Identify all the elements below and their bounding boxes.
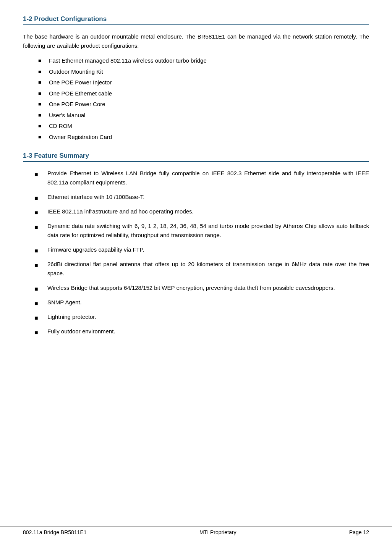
section1-intro: The base hardware is an outdoor mountabl…: [23, 32, 369, 50]
list-item: One POE Power Injector: [38, 78, 369, 87]
list-item: Owner Registration Card: [38, 133, 369, 142]
list-item: One POE Ethernet cable: [38, 89, 369, 98]
list-item: Provide Ethernet to Wireless LAN Bridge …: [34, 169, 369, 187]
footer-right: Page 12: [349, 529, 369, 535]
product-config-list: Fast Ethernet managed 802.11a wireless o…: [38, 57, 369, 141]
list-item: 26dBi directional flat panel antenna tha…: [34, 260, 369, 278]
feature-summary-list: Provide Ethernet to Wireless LAN Bridge …: [34, 169, 369, 336]
list-item: SNMP Agent.: [34, 298, 369, 307]
section2-title: 1-3 Feature Summary: [23, 152, 369, 162]
list-item: Wireless Bridge that supports 64/128/152…: [34, 283, 369, 293]
list-item: User's Manual: [38, 111, 369, 120]
list-item: Dynamic data rate switching with 6, 9, 1…: [34, 221, 369, 240]
page-footer: 802.11a Bridge BR5811E1 MTI Proprietary …: [0, 527, 392, 535]
list-item: Lightning protector.: [34, 312, 369, 322]
list-item: Outdoor Mounting Kit: [38, 68, 369, 76]
list-item: Ethernet interface with 10 /100Base-T.: [34, 192, 369, 202]
list-item: Fast Ethernet managed 802.11a wireless o…: [38, 57, 369, 65]
list-item: Fully outdoor environment.: [34, 327, 369, 336]
footer-left: 802.11a Bridge BR5811E1: [23, 529, 87, 535]
footer-center: MTI Proprietary: [199, 529, 236, 535]
list-item: Firmware upgrades capability via FTP.: [34, 245, 369, 254]
list-item: One POE Power Core: [38, 100, 369, 109]
list-item: IEEE 802.11a infrastructure and ad hoc o…: [34, 207, 369, 216]
list-item: CD ROM: [38, 122, 369, 131]
section1-title: 1-2 Product Configurations: [23, 15, 369, 25]
